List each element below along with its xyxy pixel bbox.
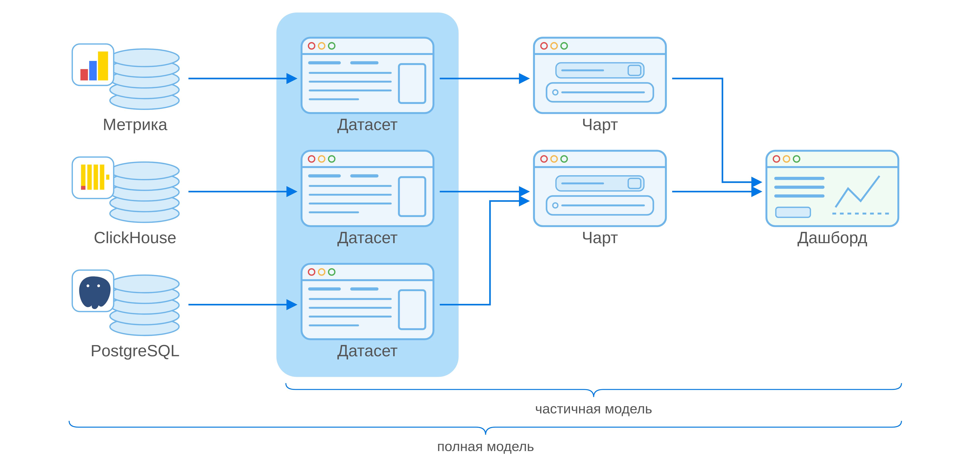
chart-node-2: Чарт xyxy=(534,151,666,246)
dashboard-node: Дашборд xyxy=(766,151,898,246)
svg-point-13 xyxy=(110,162,179,180)
dataset-label: Датасет xyxy=(337,115,398,134)
svg-rect-6 xyxy=(80,69,88,80)
source-label: PostgreSQL xyxy=(91,342,180,359)
source-metrica: Метрика xyxy=(72,44,179,134)
chart-label: Чарт xyxy=(582,228,618,246)
svg-rect-20 xyxy=(81,186,86,190)
source-label: Метрика xyxy=(103,115,167,134)
svg-point-28 xyxy=(97,285,100,287)
svg-rect-17 xyxy=(94,164,98,189)
dataset-label: Датасет xyxy=(337,342,398,359)
db-stack-icon xyxy=(110,49,179,109)
svg-point-25 xyxy=(110,275,179,293)
diagram: Метрика ClickHouse PostgreSQL xyxy=(0,0,980,458)
svg-rect-16 xyxy=(87,164,92,189)
dataset-label: Датасет xyxy=(337,228,398,246)
svg-rect-18 xyxy=(100,164,104,189)
chart-node-1: Чарт xyxy=(534,38,666,134)
arrow-chart1-dashboard xyxy=(672,78,760,182)
db-stack-icon xyxy=(110,162,179,223)
brace-partial xyxy=(286,383,901,397)
db-stack-icon xyxy=(110,275,179,336)
chart-label: Чарт xyxy=(582,115,618,134)
source-postgresql: PostgreSQL xyxy=(72,270,180,359)
metrica-logo-icon xyxy=(72,44,114,86)
svg-point-27 xyxy=(87,285,89,287)
clickhouse-logo-icon xyxy=(72,157,114,199)
svg-rect-19 xyxy=(106,175,109,180)
dashboard-label: Дашборд xyxy=(797,228,867,246)
brace-full xyxy=(69,421,902,434)
svg-rect-8 xyxy=(98,52,108,80)
svg-point-4 xyxy=(110,49,179,67)
brace-full-label: полная модель xyxy=(437,439,534,454)
source-label: ClickHouse xyxy=(94,228,177,246)
source-clickhouse: ClickHouse xyxy=(72,157,179,246)
brace-partial-label: частичная модель xyxy=(535,401,652,417)
postgresql-logo-icon xyxy=(72,270,114,312)
svg-rect-95 xyxy=(776,207,810,217)
svg-rect-7 xyxy=(89,61,97,80)
